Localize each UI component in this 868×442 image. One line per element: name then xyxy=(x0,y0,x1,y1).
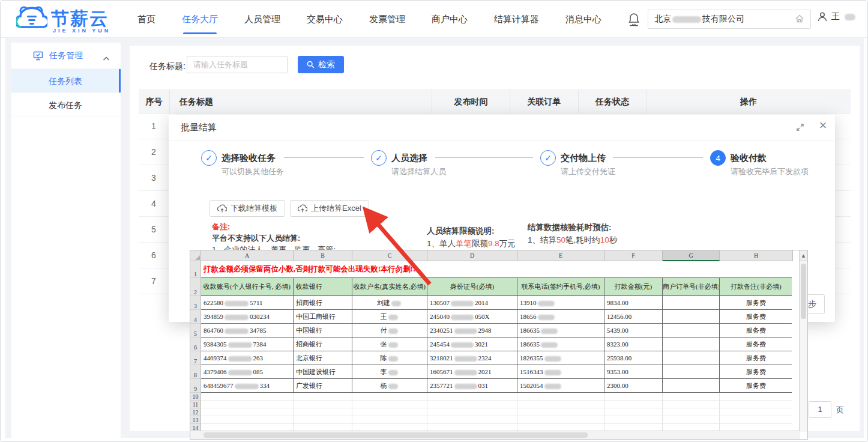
excel-empty-cell[interactable] xyxy=(201,401,294,408)
excel-column-header[interactable]: G xyxy=(663,250,720,261)
excel-cell-id[interactable]: 1305072014 xyxy=(427,296,517,310)
nav-item[interactable]: 商户中心 xyxy=(432,1,468,38)
excel-row-header[interactable]: 11 xyxy=(190,401,201,408)
excel-row-header[interactable]: 8 xyxy=(190,365,201,379)
excel-empty-cell[interactable] xyxy=(663,416,720,424)
excel-empty-cell[interactable] xyxy=(663,401,720,408)
logo[interactable]: 节薪云 JIE XIN YUN xyxy=(16,5,130,34)
excel-cell-payee[interactable]: 张 xyxy=(352,338,427,351)
excel-cell-order[interactable] xyxy=(663,379,720,393)
upload-excel-button[interactable]: 上传结算Excel xyxy=(290,200,369,217)
select-all-corner[interactable] xyxy=(190,250,201,261)
excel-empty-cell[interactable] xyxy=(352,401,427,408)
vertical-scroll-thumb[interactable] xyxy=(801,264,806,319)
excel-cell-remark[interactable]: 服务费 xyxy=(720,296,793,310)
excel-cell-payee[interactable]: 杨 xyxy=(352,379,427,393)
excel-row-header[interactable]: 1 xyxy=(190,261,201,278)
excel-row-header[interactable]: 7 xyxy=(190,351,201,365)
excel-cell-order[interactable] xyxy=(663,310,720,324)
search-button[interactable]: 检索 xyxy=(298,56,344,73)
excel-header-cell[interactable]: 联系电话(签约手机号,必填) xyxy=(517,278,604,296)
excel-empty-cell[interactable] xyxy=(294,393,352,401)
excel-cell-order[interactable] xyxy=(663,351,720,365)
excel-cell-phone[interactable]: 13910 xyxy=(517,296,604,310)
excel-cell-account[interactable]: 394859030234 xyxy=(201,310,294,324)
excel-row-header[interactable]: 9 xyxy=(190,379,201,393)
excel-empty-cell[interactable] xyxy=(201,408,294,416)
excel-cell-amount[interactable]: 9834.00 xyxy=(604,296,663,310)
excel-row-header[interactable]: 6 xyxy=(190,338,201,351)
excel-empty-cell[interactable] xyxy=(720,416,793,424)
excel-cell-bank[interactable]: 招商银行 xyxy=(294,296,352,310)
excel-row-header[interactable]: 4 xyxy=(190,310,201,324)
excel-empty-cell[interactable] xyxy=(427,393,517,401)
excel-column-header[interactable]: H xyxy=(720,250,793,261)
excel-empty-cell[interactable] xyxy=(663,408,720,416)
excel-cell-amount[interactable]: 8323.00 xyxy=(604,338,663,351)
nav-item[interactable]: 交易中心 xyxy=(307,1,343,38)
sidebar-item[interactable]: 发布任务 xyxy=(11,93,121,117)
excel-column-header[interactable]: B xyxy=(294,250,352,261)
excel-horizontal-scrollbar[interactable] xyxy=(190,431,800,439)
excel-empty-cell[interactable] xyxy=(427,416,517,424)
excel-empty-cell[interactable] xyxy=(517,416,604,424)
download-template-button[interactable]: 下载结算模板 xyxy=(209,200,285,217)
excel-empty-cell[interactable] xyxy=(294,416,352,424)
excel-empty-cell[interactable] xyxy=(352,416,427,424)
excel-cell-order[interactable] xyxy=(663,324,720,338)
excel-cell-bank[interactable]: 广发银行 xyxy=(294,379,352,393)
excel-column-header[interactable]: F xyxy=(604,250,663,261)
excel-empty-cell[interactable] xyxy=(427,408,517,416)
excel-column-header[interactable]: A xyxy=(201,250,294,261)
excel-empty-cell[interactable] xyxy=(294,401,352,408)
excel-row-header[interactable]: 13 xyxy=(190,416,201,424)
excel-empty-cell[interactable] xyxy=(720,408,793,416)
nav-item[interactable]: 任务大厅 xyxy=(182,1,218,38)
excel-cell-remark[interactable]: 服务费 xyxy=(720,351,793,365)
excel-header-cell[interactable]: 打款金额(元) xyxy=(604,278,663,296)
excel-empty-cell[interactable] xyxy=(720,393,793,401)
excel-cell-phone[interactable]: 18656 xyxy=(517,310,604,324)
nav-item[interactable]: 结算计算器 xyxy=(494,1,539,38)
excel-empty-cell[interactable] xyxy=(604,393,663,401)
excel-row-header[interactable]: 5 xyxy=(190,324,201,338)
notification-bell-icon[interactable] xyxy=(627,12,641,26)
excel-header-cell[interactable]: 收款户名(真实姓名,必填) xyxy=(352,278,427,296)
excel-empty-cell[interactable] xyxy=(201,393,294,401)
excel-row-header[interactable]: 3 xyxy=(190,296,201,310)
horizontal-scroll-thumb[interactable] xyxy=(203,432,588,438)
excel-empty-cell[interactable] xyxy=(517,408,604,416)
excel-cell-bank[interactable]: 招商银行 xyxy=(294,338,352,351)
excel-empty-cell[interactable] xyxy=(604,408,663,416)
excel-cell-amount[interactable]: 2300.00 xyxy=(604,379,663,393)
excel-column-header[interactable]: C xyxy=(352,250,427,261)
excel-cell-payee[interactable]: 陈 xyxy=(352,351,427,365)
nav-item[interactable]: 人员管理 xyxy=(244,1,280,38)
excel-cell-bank[interactable]: 中国工商银行 xyxy=(294,310,352,324)
excel-column-header[interactable]: D xyxy=(427,250,517,261)
excel-cell-account[interactable]: 648459677334 xyxy=(201,379,294,393)
excel-empty-cell[interactable] xyxy=(352,393,427,401)
excel-cell-order[interactable] xyxy=(663,338,720,351)
excel-cell-account[interactable]: 6225805711 xyxy=(201,296,294,310)
sidebar-group-task-management[interactable]: 任务管理 xyxy=(11,43,121,69)
excel-cell-id[interactable]: 2357721031 xyxy=(427,379,517,393)
page-number-input[interactable]: 1 xyxy=(809,401,831,418)
excel-cell-id[interactable]: 16056712021 xyxy=(427,365,517,379)
excel-cell-bank[interactable]: 北京银行 xyxy=(294,351,352,365)
excel-cell-payee[interactable]: 李 xyxy=(352,365,427,379)
excel-row-header[interactable]: 2 xyxy=(190,278,201,296)
excel-cell-phone[interactable]: 1516343 xyxy=(517,365,604,379)
nav-item[interactable]: 首页 xyxy=(137,1,155,38)
excel-empty-cell[interactable] xyxy=(663,393,720,401)
nav-item[interactable]: 发票管理 xyxy=(369,1,405,38)
excel-cell-payee[interactable]: 付 xyxy=(352,324,427,338)
excel-vertical-scrollbar[interactable]: ▲ xyxy=(799,250,807,432)
excel-empty-cell[interactable] xyxy=(294,408,352,416)
excel-header-cell[interactable]: 收款银行 xyxy=(294,278,352,296)
excel-cell-phone[interactable]: 1826355 xyxy=(517,351,604,365)
excel-cell-amount[interactable]: 5439.00 xyxy=(604,324,663,338)
excel-cell-bank[interactable]: 中国银行 xyxy=(294,324,352,338)
excel-cell-account[interactable]: 4469374263 xyxy=(201,351,294,365)
excel-cell-id[interactable]: 245040050X xyxy=(427,310,517,324)
